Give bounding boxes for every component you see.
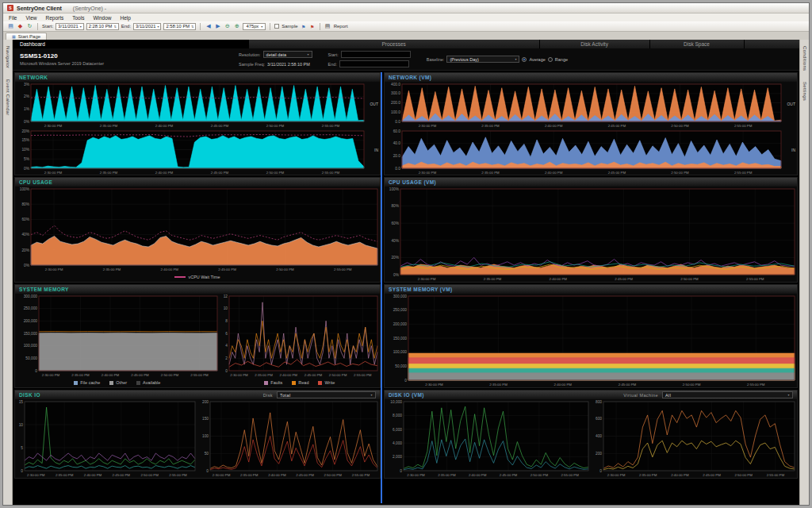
svg-text:2:55:00 PM: 2:55:00 PM	[746, 277, 764, 281]
cpu-vm-chart[interactable]: 100%80%60%40%20%0%2:30:00 PM2:35:00 PM2:…	[385, 187, 797, 282]
start-time-picker[interactable]: 2:28:10 PM⇅	[86, 23, 119, 30]
svg-text:2:40:00 PM: 2:40:00 PM	[545, 124, 563, 128]
dock-tab-navigator[interactable]: Navigator	[6, 46, 10, 68]
dashboard-controls: Resolution: detail data▾ Sample Freq: 3/…	[239, 51, 568, 68]
memory-vm-chart[interactable]: 300,000250,000200,000150,000100,00050,00…	[385, 294, 797, 387]
svg-text:2:55:00 PM: 2:55:00 PM	[734, 170, 753, 174]
forward-icon[interactable]: ▶	[214, 23, 221, 30]
vm-selector-label: Virtual Machine	[623, 393, 658, 398]
svg-text:2:35:00 PM: 2:35:00 PM	[100, 170, 118, 174]
menu-reports[interactable]: Reports	[45, 15, 63, 21]
report-button[interactable]: Report	[334, 24, 348, 29]
tab-start-page[interactable]: ▦ Start Page	[6, 33, 47, 40]
legend-label: Other	[116, 380, 127, 385]
panel-memory-header: SYSTEM MEMORY	[15, 285, 380, 294]
tab-disk-activity[interactable]: Disk Activity	[540, 40, 650, 48]
svg-text:2:30:00 PM: 2:30:00 PM	[607, 473, 626, 477]
legend-label: File cache	[80, 380, 100, 385]
svg-text:2:40:00 PM: 2:40:00 PM	[161, 267, 179, 271]
panel-disk-title: DISK IO	[19, 392, 40, 398]
other-swatch	[109, 381, 113, 385]
resolution-select[interactable]: detail data▾	[263, 51, 312, 58]
svg-text:10: 10	[223, 306, 228, 310]
average-radio[interactable]	[522, 57, 527, 62]
svg-text:6,000: 6,000	[393, 428, 402, 432]
available-swatch	[136, 381, 140, 385]
svg-text:2:45:00 PM: 2:45:00 PM	[296, 473, 314, 477]
resolution-label: Resolution:	[239, 52, 261, 57]
range-start-input[interactable]	[341, 51, 411, 58]
disk-io-chart-right[interactable]: 2001501005002:30:00 PM2:35:00 PM2:40:00 …	[197, 399, 380, 478]
spinner-icon: ⇅	[191, 25, 193, 29]
svg-text:2:50:00 PM: 2:50:00 PM	[140, 473, 159, 477]
svg-text:2:50:00 PM: 2:50:00 PM	[266, 124, 285, 128]
network-in-chart[interactable]: 20%15%10%5%0%2:30:00 PM2:35:00 PM2:40:00…	[15, 129, 366, 175]
open-icon[interactable]: ▤	[7, 23, 14, 30]
range-radio[interactable]	[548, 57, 553, 62]
disk-selector-label: Disk	[263, 393, 273, 398]
zoom-in-icon[interactable]: ⊕	[233, 23, 240, 30]
svg-text:40%: 40%	[391, 239, 399, 243]
baseline-select[interactable]: (Previous Day)▾	[446, 56, 519, 63]
network-vm-out-chart[interactable]: 400.0300.0200.0100.00.02:30:00 PM2:35:00…	[385, 82, 783, 129]
svg-text:2:30:00 PM: 2:30:00 PM	[419, 170, 437, 174]
svg-text:2:35:00 PM: 2:35:00 PM	[438, 473, 456, 477]
menu-file[interactable]: File	[9, 15, 17, 21]
legend-label: vCPU Wait Time	[188, 275, 220, 279]
dock-tab-event-calendar[interactable]: Event Calendar	[6, 79, 10, 116]
menu-window[interactable]: Window	[93, 15, 111, 21]
end-date-picker[interactable]: 3/11/2021▾	[133, 23, 161, 30]
menu-tools[interactable]: Tools	[72, 15, 84, 21]
back-icon[interactable]: ◀	[205, 23, 212, 30]
tab-processes[interactable]: Processes	[249, 40, 540, 48]
dock-tab-settings[interactable]: Settings	[802, 82, 807, 101]
start-time-value: 2:28:10 PM	[89, 24, 113, 29]
range-label: Range	[555, 57, 568, 62]
svg-text:2:45:00 PM: 2:45:00 PM	[304, 373, 322, 377]
flag-blue-icon[interactable]: ⚑	[301, 23, 307, 29]
flag-red-icon[interactable]: ⚑	[309, 23, 316, 29]
tab-dashboard[interactable]: Dashboard	[13, 40, 249, 48]
spinner-icon: ⇅	[113, 25, 116, 29]
svg-text:0: 0	[599, 469, 602, 473]
svg-text:2:45:00 PM: 2:45:00 PM	[703, 473, 721, 477]
svg-text:2:50:00 PM: 2:50:00 PM	[328, 373, 347, 377]
sample-checkbox[interactable]	[274, 24, 279, 29]
memory-activity-chart[interactable]: 1210864202:30:00 PM2:35:00 PM2:40:00 PM2…	[220, 294, 380, 378]
svg-text:2:40:00 PM: 2:40:00 PM	[550, 277, 568, 281]
stop-icon[interactable]: ◆	[17, 23, 24, 30]
column-splitter[interactable]	[381, 72, 382, 503]
baseline-value: (Previous Day)	[450, 57, 478, 62]
disk-io-chart-left[interactable]: 1510502:30:00 PM2:35:00 PM2:40:00 PM2:45…	[15, 399, 197, 478]
disk-select[interactable]: Total▾	[277, 391, 376, 398]
tab-disk-space[interactable]: Disk Space	[650, 40, 745, 48]
cpu-chart[interactable]: 100%80%60%40%20%0%2:30:00 PM2:35:00 PM2:…	[15, 187, 380, 272]
svg-text:2:45:00 PM: 2:45:00 PM	[608, 170, 626, 174]
start-date-picker[interactable]: 3/11/2021▾	[56, 23, 83, 30]
svg-text:100%: 100%	[389, 187, 400, 191]
panel-cpu-vm-header: CPU USAGE (VM)	[385, 178, 797, 187]
legend-label: Write	[324, 380, 335, 385]
svg-text:400.0: 400.0	[391, 83, 400, 87]
dock-right: Conditions Settings	[799, 40, 809, 505]
disk-io-vm-chart-left[interactable]: 10,0008,0006,0004,0002,00002:30:00 PM2:3…	[385, 399, 591, 478]
refresh-icon[interactable]: ↻	[26, 23, 33, 30]
toolbar-separator	[320, 23, 320, 30]
virtual-machine-select[interactable]: All▾	[662, 391, 793, 398]
zoom-out-icon[interactable]: ⊖	[224, 23, 231, 30]
svg-text:100%: 100%	[20, 187, 30, 191]
network-out-chart[interactable]: 3%2%1%0%2:30:00 PM2:35:00 PM2:40:00 PM2:…	[15, 82, 366, 129]
zoom-range-value: 475px	[246, 24, 259, 29]
menu-help[interactable]: Help	[121, 15, 131, 21]
zoom-range-select[interactable]: 475px▾	[243, 23, 266, 30]
window-title-suffix: (SentryOne) -	[73, 6, 106, 11]
menu-view[interactable]: View	[25, 15, 36, 21]
dock-tab-conditions[interactable]: Conditions	[802, 46, 807, 71]
network-vm-in-chart[interactable]: 60.040.020.00.02:30:00 PM2:35:00 PM2:40:…	[385, 129, 783, 175]
memory-usage-chart[interactable]: 300,000250,000200,000150,000100,00050,00…	[15, 294, 220, 378]
svg-text:200: 200	[596, 452, 602, 456]
end-time-picker[interactable]: 2:58:10 PM⇅	[163, 23, 196, 30]
svg-text:2:40:00 PM: 2:40:00 PM	[155, 124, 174, 128]
disk-io-vm-chart-right[interactable]: 80060040020002:30:00 PM2:35:00 PM2:40:00…	[591, 399, 797, 478]
range-end-input[interactable]	[339, 60, 409, 67]
